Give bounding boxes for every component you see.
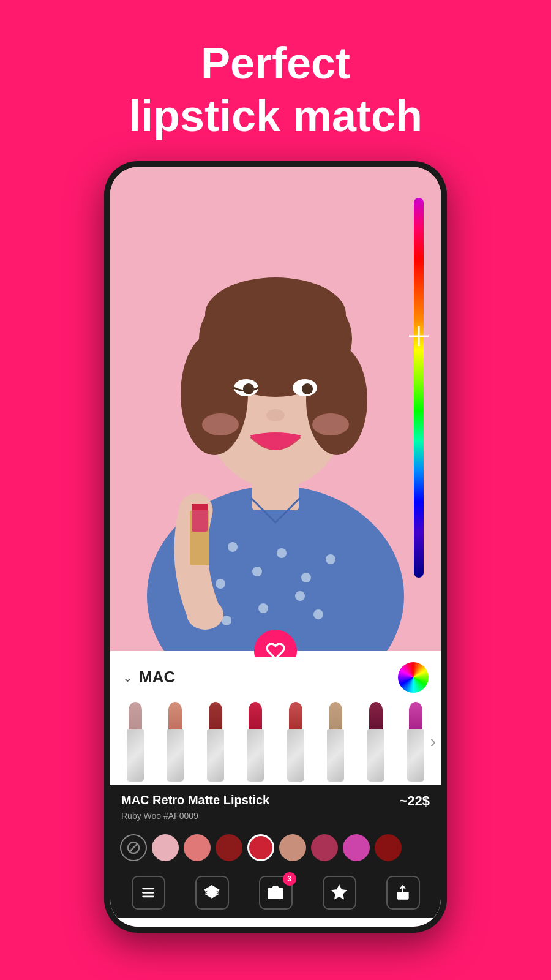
svg-point-9: [258, 603, 268, 613]
product-title-row: MAC Retro Matte Lipstick ~22$: [121, 793, 430, 809]
svg-point-25: [187, 599, 223, 630]
chevron-down-icon[interactable]: ⌄: [122, 670, 133, 685]
lipstick-tube-2[interactable]: [159, 702, 191, 782]
svg-point-2: [228, 542, 238, 552]
brand-left: ⌄ MAC: [122, 668, 175, 687]
camera-button[interactable]: 3: [259, 876, 293, 910]
svg-rect-28: [192, 504, 208, 510]
lipstick-scroll-area: ›: [110, 699, 441, 785]
bottom-panel: ⌄ MAC: [110, 651, 441, 927]
product-info-panel: MAC Retro Matte Lipstick ~22$ Ruby Woo #…: [110, 785, 441, 828]
color-swatch-1[interactable]: [152, 834, 179, 861]
next-arrow-icon[interactable]: ›: [430, 732, 436, 752]
camera-view: [110, 167, 441, 657]
svg-point-6: [216, 579, 225, 589]
list-item[interactable]: [317, 702, 355, 782]
phone-screen: ⌄ MAC: [110, 167, 441, 927]
phone-frame: ⌄ MAC: [104, 161, 447, 933]
headline: Perfect lipstick match: [129, 37, 422, 143]
no-color-swatch[interactable]: [120, 834, 147, 861]
camera-badge: 3: [283, 872, 296, 886]
svg-marker-36: [332, 886, 346, 899]
svg-point-16: [306, 345, 367, 455]
list-item[interactable]: [397, 702, 435, 782]
menu-button[interactable]: [132, 876, 165, 910]
product-subtitle: Ruby Woo #AF0009: [121, 811, 430, 821]
color-swatch-8[interactable]: [375, 834, 402, 861]
svg-point-4: [277, 548, 287, 558]
headline-line2: lipstick match: [129, 89, 422, 142]
toolbar: 3: [110, 867, 441, 918]
headline-line1: Perfect: [129, 37, 422, 89]
lipstick-tube-8[interactable]: [400, 702, 432, 782]
brand-row: ⌄ MAC: [110, 651, 441, 699]
svg-rect-33: [142, 896, 154, 898]
color-slider[interactable]: [414, 198, 424, 578]
favorites-button[interactable]: [323, 876, 356, 910]
list-item[interactable]: [197, 702, 234, 782]
svg-point-3: [252, 567, 262, 576]
color-swatch-5[interactable]: [279, 834, 306, 861]
lipstick-tube-7[interactable]: [360, 702, 392, 782]
color-swatch-4-selected[interactable]: [247, 834, 274, 861]
color-swatch-2[interactable]: [184, 834, 211, 861]
svg-rect-32: [142, 892, 154, 894]
svg-point-7: [326, 554, 335, 564]
list-item[interactable]: [116, 702, 154, 782]
color-swatch-6[interactable]: [311, 834, 338, 861]
svg-point-21: [302, 383, 313, 394]
lipstick-tube-6[interactable]: [320, 702, 351, 782]
svg-rect-31: [142, 888, 154, 890]
color-wheel-button[interactable]: [398, 662, 429, 693]
lipstick-row: [110, 699, 441, 785]
layers-button[interactable]: [195, 876, 229, 910]
share-button[interactable]: [386, 876, 420, 910]
color-swatch-7[interactable]: [343, 834, 370, 861]
lipstick-tube-1[interactable]: [119, 702, 151, 782]
list-item[interactable]: [157, 702, 195, 782]
svg-point-23: [202, 413, 239, 435]
svg-point-35: [273, 891, 279, 896]
list-item[interactable]: [277, 702, 315, 782]
person-background: [110, 167, 441, 657]
product-name: MAC Retro Matte Lipstick: [121, 793, 269, 807]
svg-point-17: [205, 277, 346, 351]
color-swatch-3[interactable]: [216, 834, 242, 861]
svg-point-8: [295, 591, 305, 601]
lipstick-tube-5[interactable]: [280, 702, 312, 782]
svg-rect-27: [192, 507, 208, 532]
lipstick-tube-4[interactable]: [239, 702, 271, 782]
brand-name[interactable]: MAC: [139, 668, 175, 687]
svg-line-30: [130, 844, 137, 851]
list-item[interactable]: [237, 702, 275, 782]
list-item[interactable]: [357, 702, 395, 782]
svg-point-11: [313, 609, 323, 619]
product-price: ~22$: [399, 793, 430, 809]
lipstick-tube-3[interactable]: [200, 702, 231, 782]
svg-point-22: [266, 409, 285, 421]
svg-point-20: [243, 383, 254, 394]
svg-point-24: [312, 413, 349, 435]
person-svg: [110, 167, 441, 657]
swatches-row: [110, 828, 441, 867]
svg-point-5: [301, 573, 311, 582]
slider-handle[interactable]: [409, 326, 429, 346]
